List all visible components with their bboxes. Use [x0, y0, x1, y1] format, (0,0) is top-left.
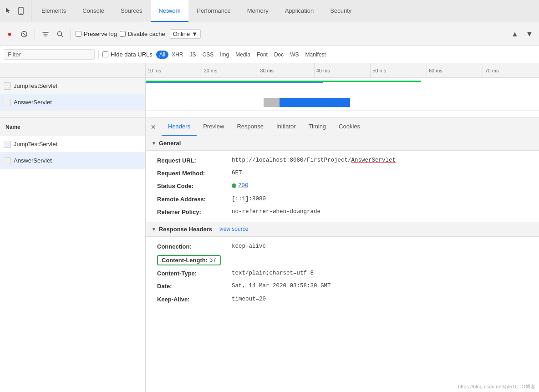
- tab-elements[interactable]: Elements: [33, 0, 74, 22]
- type-btn-all[interactable]: All: [156, 51, 168, 59]
- name-row-answer[interactable]: AnswerServlet: [0, 153, 145, 169]
- tab-console[interactable]: Console: [74, 0, 112, 22]
- detail-tab-response[interactable]: Response: [230, 118, 270, 136]
- general-title: General: [159, 140, 181, 147]
- bottom-section: Name JumpTestServlet AnswerServlet ✕ Hea…: [0, 118, 539, 392]
- date-value: Sat, 14 Mar 2020 03:58:30 GMT: [232, 282, 331, 290]
- type-btn-xhr[interactable]: XHR: [168, 51, 186, 59]
- content-type-value: text/plain;charset=utf-8: [232, 270, 314, 278]
- left-panel: Name JumpTestServlet AnswerServlet: [0, 118, 146, 392]
- filter-button[interactable]: [40, 28, 51, 40]
- name-answer: AnswerServlet: [14, 157, 52, 164]
- mobile-icon[interactable]: [16, 6, 25, 15]
- request-url-key: Request URL:: [157, 157, 230, 165]
- disable-cache-checkbox[interactable]: [120, 31, 126, 37]
- response-headers-title: Response Headers: [159, 226, 212, 233]
- preserve-log-label[interactable]: Preserve log: [76, 31, 117, 37]
- tab-memory[interactable]: Memory: [239, 0, 277, 22]
- tick-20ms: 20 ms: [202, 63, 258, 77]
- type-btn-media[interactable]: Media: [232, 51, 254, 59]
- throttle-select[interactable]: Online ▼: [170, 29, 201, 39]
- date-row: Date: Sat, 14 Mar 2020 03:58:30 GMT: [146, 280, 539, 293]
- detail-tab-cookies[interactable]: Cookies: [332, 118, 366, 136]
- keep-alive-key: Keep-Alive:: [157, 295, 230, 304]
- type-btn-img[interactable]: Img: [217, 51, 232, 59]
- disable-cache-label[interactable]: Disable cache: [120, 31, 165, 37]
- type-btn-doc[interactable]: Doc: [271, 51, 287, 59]
- chevron-down-icon: ▼: [192, 31, 198, 37]
- hide-data-urls-label[interactable]: Hide data URLs: [102, 51, 153, 58]
- request-url-row: Request URL: http://localhost:8080/First…: [146, 154, 539, 167]
- response-headers-section-header: ▼ Response Headers view source: [146, 222, 539, 237]
- preserve-log-checkbox[interactable]: [76, 31, 81, 37]
- content-length-box: Content-Length: 37: [157, 255, 221, 265]
- general-section-header: ▼ General: [146, 136, 539, 151]
- type-btn-ws[interactable]: WS: [287, 51, 302, 59]
- content-type-row: Content-Type: text/plain;charset=utf-8: [146, 267, 539, 280]
- tab-application[interactable]: Application: [277, 0, 322, 22]
- preserve-log-text: Preserve log: [84, 31, 117, 37]
- name-col-spacer: [0, 63, 146, 77]
- tab-security[interactable]: Security: [322, 0, 360, 22]
- detail-panel: ✕ Headers Preview Response Initiator Tim…: [146, 118, 539, 392]
- row-name-answer: AnswerServlet: [14, 99, 52, 106]
- row-icon-answer: [4, 99, 11, 106]
- timeline-header-row: 10 ms20 ms30 ms40 ms50 ms60 ms70 ms: [0, 63, 539, 78]
- svg-line-5: [61, 35, 63, 37]
- detail-tab-initiator[interactable]: Initiator: [270, 118, 302, 136]
- tab-network[interactable]: Network: [151, 0, 189, 22]
- waterfall-row-answer[interactable]: AnswerServlet: [0, 94, 145, 111]
- detail-tab-preview[interactable]: Preview: [197, 118, 230, 136]
- type-btn-css[interactable]: CSS: [199, 51, 217, 59]
- wf-receiving-bar: [280, 98, 351, 107]
- record-button[interactable]: ●: [4, 28, 15, 40]
- hide-data-urls-checkbox[interactable]: [102, 51, 108, 57]
- detail-tab-timing[interactable]: Timing: [302, 118, 333, 136]
- connection-row: Connection: keep-alive: [146, 240, 539, 253]
- view-source-link[interactable]: view source: [219, 226, 248, 232]
- tick-10ms: 10 ms: [146, 63, 202, 77]
- name-header-label: Name: [5, 124, 20, 130]
- upload-button[interactable]: ▲: [509, 28, 521, 40]
- request-url-servlet: AnswerServlet: [351, 157, 396, 163]
- general-triangle: ▼: [152, 141, 156, 146]
- tick-40ms: 40 ms: [314, 63, 371, 77]
- wf-waiting-bar: [264, 98, 280, 107]
- tick-50ms: 50 ms: [370, 63, 427, 77]
- filter-input[interactable]: [4, 49, 95, 60]
- network-toolbar: ● Preserve log Disable cache Online ▼ ▲ …: [0, 22, 539, 46]
- filter-divider: [98, 50, 99, 59]
- main-content: 10 ms20 ms30 ms40 ms50 ms60 ms70 ms Jump…: [0, 63, 539, 392]
- name-jump: JumpTestServlet: [14, 141, 57, 148]
- status-code-number: 200: [238, 183, 249, 189]
- cursor-icon[interactable]: [4, 6, 13, 15]
- detail-close-button[interactable]: ✕: [148, 122, 159, 132]
- svg-line-3: [23, 33, 25, 36]
- tab-list: Elements Console Sources Network Perform…: [33, 0, 360, 22]
- watermark-text: https://blog.csdn.net/@51CTO博客: [458, 384, 535, 389]
- name-row-jump[interactable]: JumpTestServlet: [0, 136, 145, 153]
- status-code-value: 200: [232, 182, 249, 190]
- svg-rect-0: [19, 7, 23, 15]
- wf-bar-row-2: [146, 94, 539, 111]
- download-button[interactable]: ▼: [524, 28, 535, 40]
- tab-performance[interactable]: Performance: [188, 0, 239, 22]
- search-button[interactable]: [54, 28, 66, 40]
- tick-30ms: 30 ms: [258, 63, 314, 77]
- clear-button[interactable]: [18, 28, 30, 40]
- type-btn-manifest[interactable]: Manifest: [302, 51, 329, 59]
- type-btn-font[interactable]: Font: [254, 51, 271, 59]
- request-method-row: Request Method: GET: [146, 167, 539, 180]
- remote-address-value: [::1]:8080: [232, 195, 266, 204]
- remote-address-key: Remote Address:: [157, 195, 230, 204]
- toolbar-divider-1: [35, 29, 35, 40]
- type-btn-js[interactable]: JS: [186, 51, 199, 59]
- response-headers-body: Connection: keep-alive Content-Length: 3…: [146, 237, 539, 310]
- content-length-key: Content-Length:: [162, 257, 208, 264]
- disable-cache-text: Disable cache: [128, 31, 165, 37]
- toolbar-divider-2: [71, 29, 71, 40]
- detail-tab-headers[interactable]: Headers: [162, 118, 197, 136]
- keep-alive-value: timeout=20: [232, 295, 266, 304]
- waterfall-row-jump[interactable]: JumpTestServlet: [0, 78, 145, 94]
- tab-sources[interactable]: Sources: [112, 0, 151, 22]
